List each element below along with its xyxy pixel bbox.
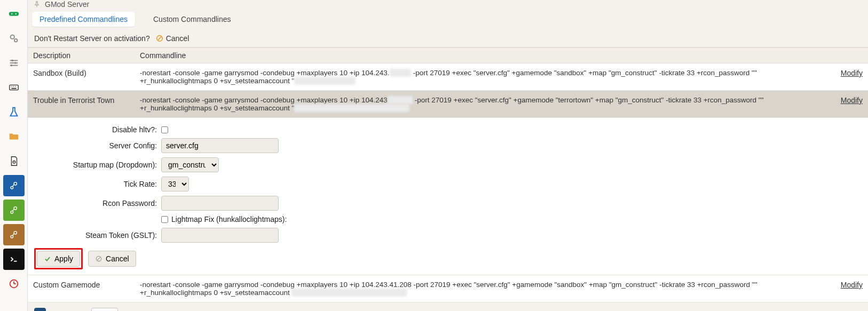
apply-button[interactable]: Apply bbox=[37, 251, 80, 267]
col-description: Description bbox=[28, 48, 135, 63]
file-icon bbox=[8, 155, 20, 167]
sidebar bbox=[0, 0, 28, 311]
lightmap-checkbox[interactable] bbox=[161, 216, 168, 223]
label-lightmap: Lightmap Fix (hunkalloclightmaps): bbox=[171, 215, 287, 224]
svg-point-4 bbox=[14, 39, 17, 42]
page-size-select[interactable]: 10 bbox=[91, 308, 118, 311]
flask-icon bbox=[8, 106, 20, 118]
svg-line-25 bbox=[12, 234, 14, 236]
row-cmd: -norestart -console -game garrysmod -con… bbox=[135, 91, 804, 117]
svg-point-23 bbox=[14, 232, 17, 235]
tab-predefined[interactable]: Predefined Commandlines bbox=[32, 12, 135, 27]
svg-point-9 bbox=[14, 62, 16, 64]
row-desc: Trouble in Terrorist Town bbox=[28, 91, 135, 117]
svg-line-33 bbox=[97, 257, 100, 260]
table-row: Sandbox (Build) -norestart -console -gam… bbox=[28, 63, 868, 91]
sidebar-sliders[interactable] bbox=[3, 52, 25, 74]
server-config-input[interactable] bbox=[161, 138, 279, 153]
sidebar-controller[interactable] bbox=[3, 3, 25, 25]
pager: 1 Page size: 10 3 items in 1 pages bbox=[28, 302, 868, 311]
clock-icon bbox=[8, 278, 20, 290]
svg-point-1 bbox=[11, 13, 12, 14]
check-icon bbox=[44, 255, 51, 262]
sidebar-keyboard[interactable] bbox=[3, 77, 25, 98]
page-number[interactable]: 1 bbox=[34, 308, 46, 311]
edit-form: Disable hltv?: Server Config: Startup ma… bbox=[28, 118, 868, 275]
row-cmd: -norestart -console -game garrysmod -con… bbox=[135, 275, 804, 302]
svg-point-3 bbox=[10, 35, 14, 39]
startup-map-select[interactable]: gm_construct bbox=[161, 157, 219, 172]
restart-prompt: Don't Restart Server on activation? bbox=[34, 34, 150, 43]
svg-point-16 bbox=[13, 161, 15, 164]
svg-line-19 bbox=[12, 185, 14, 187]
svg-line-31 bbox=[157, 37, 161, 41]
label-server-config: Server Config: bbox=[34, 141, 161, 150]
sidebar-steam-blue[interactable] bbox=[3, 175, 25, 196]
cancel-restart-button[interactable]: Cancel bbox=[155, 34, 190, 43]
label-gslt: Steam Token (GSLT): bbox=[34, 231, 161, 240]
cancel-circle-icon bbox=[155, 34, 164, 43]
gears-icon bbox=[8, 33, 20, 44]
keyboard-icon bbox=[8, 82, 20, 93]
modify-link[interactable]: Modify bbox=[841, 69, 863, 77]
sidebar-file[interactable] bbox=[3, 150, 25, 172]
col-commandline: Commandline bbox=[135, 48, 804, 63]
svg-point-17 bbox=[14, 182, 17, 186]
sidebar-terminal[interactable] bbox=[3, 249, 25, 270]
folder-icon bbox=[8, 131, 20, 142]
cancel-icon bbox=[95, 255, 102, 262]
page-title: GMod Server bbox=[45, 0, 89, 9]
sidebar-folder[interactable] bbox=[3, 126, 25, 147]
gslt-input[interactable] bbox=[161, 228, 279, 243]
tabs: Predefined Commandlines Custom Commandli… bbox=[32, 12, 864, 27]
sidebar-clock[interactable] bbox=[3, 273, 25, 294]
steam-icon bbox=[8, 180, 20, 192]
row-cmd: -norestart -console -game garrysmod -con… bbox=[135, 63, 804, 90]
svg-point-20 bbox=[14, 207, 17, 210]
svg-point-8 bbox=[11, 60, 13, 62]
svg-point-2 bbox=[15, 13, 16, 14]
row-desc: Custom Gamemode bbox=[28, 275, 135, 302]
label-rcon: Rcon Password: bbox=[34, 199, 161, 208]
svg-rect-0 bbox=[9, 12, 18, 15]
sidebar-steam-green[interactable] bbox=[3, 200, 25, 221]
sidebar-flask[interactable] bbox=[3, 101, 25, 123]
steam-mod-icon bbox=[8, 229, 20, 241]
label-hltv: Disable hltv?: bbox=[34, 125, 161, 134]
tickrate-select[interactable]: 33 bbox=[161, 177, 189, 192]
modify-link[interactable]: Modify bbox=[841, 281, 863, 289]
rcon-input[interactable] bbox=[161, 196, 279, 211]
apply-highlight: Apply bbox=[34, 248, 83, 269]
table-header: Description Commandline bbox=[28, 47, 868, 63]
controller-icon bbox=[8, 8, 20, 20]
svg-rect-11 bbox=[9, 85, 18, 90]
sidebar-steam-brown[interactable] bbox=[3, 224, 25, 245]
hltv-checkbox[interactable] bbox=[161, 126, 168, 133]
row-desc: Sandbox (Build) bbox=[28, 63, 135, 90]
label-tickrate: Tick Rate: bbox=[34, 180, 161, 188]
table-row: Trouble in Terrorist Town -norestart -co… bbox=[28, 91, 868, 118]
table-row: Custom Gamemode -norestart -console -gam… bbox=[28, 275, 868, 302]
svg-point-10 bbox=[10, 65, 12, 67]
sidebar-settings[interactable] bbox=[3, 28, 25, 49]
sliders-icon bbox=[8, 57, 20, 69]
terminal-icon bbox=[8, 253, 20, 265]
pin-icon[interactable] bbox=[33, 1, 41, 8]
label-startup-map: Startup map (Dropdown): bbox=[34, 161, 161, 169]
steam-workshop-icon bbox=[8, 204, 20, 216]
cancel-button[interactable]: Cancel bbox=[88, 251, 136, 267]
svg-line-22 bbox=[12, 209, 14, 211]
tab-custom[interactable]: Custom Commandlines bbox=[146, 12, 239, 27]
modify-link[interactable]: Modify bbox=[841, 96, 863, 105]
